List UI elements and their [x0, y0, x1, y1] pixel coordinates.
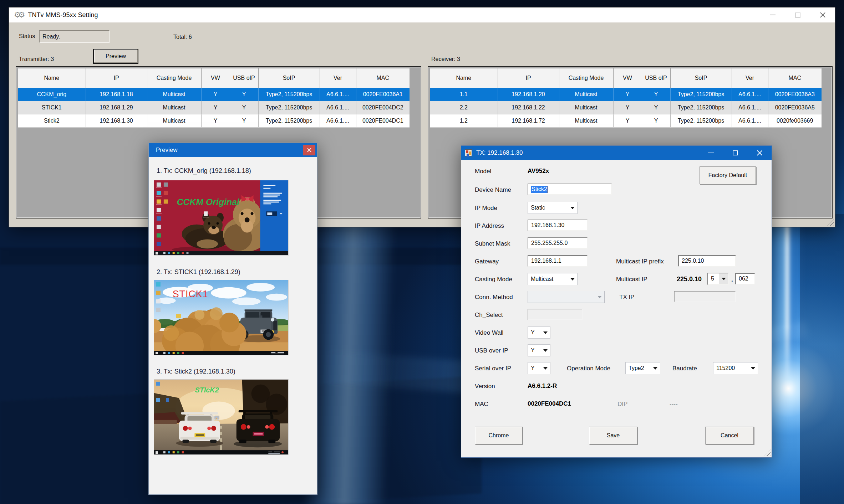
- multicast-ip-last-octet-field[interactable]: 062: [735, 273, 755, 284]
- transmitter-row[interactable]: STICK1 192.168.1.29 Multicast Y Y Type2,…: [18, 101, 410, 114]
- cell-mac[interactable]: 0020fe003669: [768, 114, 822, 127]
- cell-usb[interactable]: Y: [642, 88, 670, 101]
- chevron-down-icon[interactable]: [651, 362, 660, 374]
- col-header-mac[interactable]: MAC: [768, 68, 822, 88]
- cell-name[interactable]: CCKM_orig: [18, 88, 86, 101]
- chevron-down-icon[interactable]: [748, 362, 758, 374]
- col-header-ver[interactable]: Ver: [732, 68, 768, 88]
- cell-usb[interactable]: Y: [642, 114, 670, 127]
- cell-ver[interactable]: A6.6.1....: [320, 114, 356, 127]
- cell-ip[interactable]: 192.168.1.20: [498, 88, 559, 101]
- serial-over-ip-dropdown[interactable]: Y: [528, 362, 550, 374]
- multicast-ip-spinner[interactable]: 5: [707, 273, 729, 285]
- col-header-ver[interactable]: Ver: [320, 68, 356, 88]
- baudrate-dropdown[interactable]: 115200: [713, 362, 758, 374]
- operation-mode-dropdown[interactable]: Type2: [625, 362, 660, 374]
- multicast-prefix-field[interactable]: 225.0.10: [678, 255, 736, 267]
- chevron-down-icon[interactable]: [541, 327, 550, 338]
- col-header-mac[interactable]: MAC: [356, 68, 410, 88]
- casting-mode-dropdown[interactable]: Multicast: [528, 273, 578, 285]
- cell-name[interactable]: 2.2: [430, 101, 498, 114]
- cell-usb[interactable]: Y: [230, 101, 258, 114]
- cell-casting[interactable]: Multicast: [559, 88, 613, 101]
- tx-dialog-titlebar[interactable]: TX: 192.168.1.30: [461, 146, 772, 160]
- cell-casting[interactable]: Multicast: [559, 101, 613, 114]
- dialog-maximize-button[interactable]: [723, 146, 747, 160]
- col-header-name[interactable]: Name: [430, 68, 498, 88]
- cell-ver[interactable]: A6.6.1....: [320, 88, 356, 101]
- cell-ip[interactable]: 192.168.1.72: [498, 114, 559, 127]
- cell-name[interactable]: 1.2: [430, 114, 498, 127]
- chevron-down-icon[interactable]: [541, 345, 550, 356]
- cell-soip[interactable]: Type2, 115200bps: [670, 101, 732, 114]
- col-header-ip[interactable]: IP: [498, 68, 559, 88]
- cell-soip[interactable]: Type2, 115200bps: [670, 88, 732, 101]
- cancel-button[interactable]: Cancel: [705, 427, 754, 444]
- ip-mode-dropdown[interactable]: Static: [528, 202, 578, 214]
- col-header-soip[interactable]: SoIP: [258, 68, 320, 88]
- receiver-row[interactable]: 2.2 192.168.1.22 Multicast Y Y Type2, 11…: [430, 101, 822, 114]
- subnet-mask-field[interactable]: 255.255.255.0: [528, 237, 588, 249]
- chevron-down-icon[interactable]: [568, 273, 577, 285]
- cell-vw[interactable]: Y: [613, 101, 642, 114]
- cell-usb[interactable]: Y: [230, 114, 258, 127]
- save-button[interactable]: Save: [589, 427, 637, 444]
- cell-soip[interactable]: Type2, 115200bps: [670, 114, 732, 127]
- cell-vw[interactable]: Y: [201, 88, 230, 101]
- transmitter-row-selected[interactable]: CCKM_orig 192.168.1.18 Multicast Y Y Typ…: [18, 88, 410, 101]
- cell-mac[interactable]: 0020FE0036A1: [356, 88, 410, 101]
- cell-vw[interactable]: Y: [201, 114, 230, 127]
- col-header-name[interactable]: Name: [18, 68, 86, 88]
- device-name-field[interactable]: Stick2: [528, 184, 612, 195]
- cell-ip[interactable]: 192.168.1.18: [86, 88, 147, 101]
- ip-address-field[interactable]: 192.168.1.30: [528, 220, 588, 231]
- cell-soip[interactable]: Type2, 115200bps: [258, 88, 320, 101]
- receiver-row[interactable]: 1.2 192.168.1.72 Multicast Y Y Type2, 11…: [430, 114, 822, 127]
- cell-vw[interactable]: Y: [613, 114, 642, 127]
- chevron-down-icon[interactable]: [541, 362, 550, 374]
- col-header-usb-oip[interactable]: USB oIP: [230, 68, 258, 88]
- col-header-soip[interactable]: SoIP: [670, 68, 732, 88]
- cell-name[interactable]: STICK1: [18, 101, 86, 114]
- transmitter-row[interactable]: Stick2 192.168.1.30 Multicast Y Y Type2,…: [18, 114, 410, 127]
- cell-mac[interactable]: 0020FE004DC1: [356, 114, 410, 127]
- receiver-row-selected[interactable]: 1.1 192.168.1.20 Multicast Y Y Type2, 11…: [430, 88, 822, 101]
- main-window-titlebar[interactable]: ⚙⚙ TNTv MMS-95xx Setting: [9, 7, 835, 22]
- cell-ver[interactable]: A6.6.1....: [732, 88, 768, 101]
- dialog-resize-grip[interactable]: [763, 449, 771, 456]
- col-header-usb-oip[interactable]: USB oIP: [642, 68, 670, 88]
- factory-default-button[interactable]: Factory Default: [700, 166, 756, 184]
- cell-ip[interactable]: 192.168.1.22: [498, 101, 559, 114]
- video-wall-dropdown[interactable]: Y: [528, 326, 550, 339]
- chrome-button[interactable]: Chrome: [475, 427, 523, 444]
- col-header-ip[interactable]: IP: [86, 68, 147, 88]
- col-header-casting-mode[interactable]: Casting Mode: [559, 68, 613, 88]
- cell-mac[interactable]: 0020FE0036A5: [768, 101, 822, 114]
- preview-titlebar[interactable]: Preview: [149, 143, 317, 157]
- preview-close-button[interactable]: [303, 145, 315, 155]
- dialog-minimize-button[interactable]: [699, 146, 723, 160]
- usb-over-ip-dropdown[interactable]: Y: [528, 344, 550, 356]
- chevron-down-icon[interactable]: [568, 202, 577, 214]
- col-header-casting-mode[interactable]: Casting Mode: [147, 68, 201, 88]
- preview-button[interactable]: Preview: [93, 49, 138, 64]
- cell-soip[interactable]: Type2, 115200bps: [258, 101, 320, 114]
- status-field[interactable]: Ready.: [39, 30, 110, 43]
- cell-casting[interactable]: Multicast: [147, 114, 201, 127]
- cell-vw[interactable]: Y: [613, 88, 642, 101]
- gateway-field[interactable]: 192.168.1.1: [528, 255, 588, 267]
- dialog-close-button[interactable]: [747, 146, 772, 160]
- cell-vw[interactable]: Y: [201, 101, 230, 114]
- col-header-vw[interactable]: VW: [201, 68, 230, 88]
- cell-ip[interactable]: 192.168.1.30: [86, 114, 147, 127]
- minimize-button[interactable]: [760, 7, 785, 22]
- cell-ver[interactable]: A6.6.1....: [320, 101, 356, 114]
- cell-ip[interactable]: 192.168.1.29: [86, 101, 147, 114]
- cell-usb[interactable]: Y: [642, 101, 670, 114]
- cell-casting[interactable]: Multicast: [147, 101, 201, 114]
- cell-casting[interactable]: Multicast: [147, 88, 201, 101]
- maximize-button[interactable]: [785, 7, 810, 22]
- close-button[interactable]: [810, 7, 835, 22]
- cell-mac[interactable]: 0020FE0036A3: [768, 88, 822, 101]
- cell-ver[interactable]: A6.6.1....: [732, 114, 768, 127]
